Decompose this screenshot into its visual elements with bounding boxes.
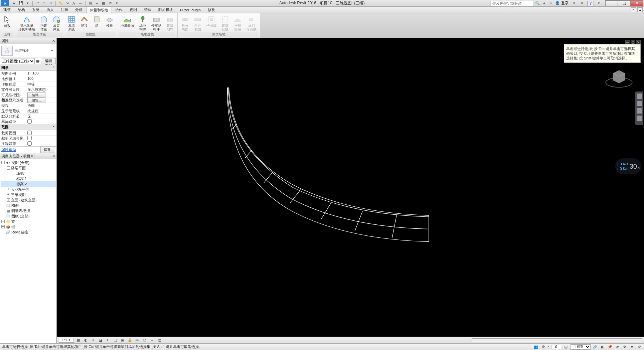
crop-view-icon[interactable]: ▢ <box>113 338 118 343</box>
show-mass-button[interactable]: 显示体量 形状和楼层 <box>17 15 36 32</box>
ribbon-minimize-icon[interactable]: ▴ <box>637 7 643 12</box>
tab-structure[interactable]: 结构 <box>14 7 29 13</box>
save-icon[interactable]: 💾 <box>18 1 24 6</box>
prop-value[interactable] <box>26 130 56 135</box>
roof-button[interactable]: 屋顶 <box>79 15 90 28</box>
site-component-button[interactable]: 场地 构件 <box>137 15 148 32</box>
tree-row[interactable]: +三维视图 <box>1 192 56 197</box>
ribbon-panel-toggle-icon[interactable]: ▫ <box>631 7 636 12</box>
analytical-icon[interactable]: ⌁ <box>149 338 155 343</box>
tree-expander[interactable]: + <box>1 220 5 223</box>
minimize-button[interactable]: — <box>605 0 618 6</box>
crop-region-icon[interactable]: ▣ <box>120 338 125 343</box>
visual-style-icon[interactable]: ◐ <box>83 338 89 343</box>
signin-label[interactable]: 登录 <box>561 1 569 6</box>
filter-icon[interactable]: ▼ <box>629 345 635 349</box>
tab-addins[interactable]: 附加模块 <box>155 7 177 13</box>
lock-3d-icon[interactable]: 🔒 <box>127 338 133 343</box>
tree-expander[interactable]: + <box>7 198 10 202</box>
shadows-icon[interactable]: ◪ <box>98 338 103 343</box>
sun-path-icon[interactable]: ☀ <box>91 338 96 343</box>
tab-manage[interactable]: 管理 <box>141 7 155 13</box>
tree-row[interactable]: 标高 1 <box>1 176 56 181</box>
temp-hide-icon[interactable]: 👁 <box>135 338 140 343</box>
exchange-icon[interactable]: ✦ <box>548 1 554 6</box>
rendering-icon[interactable]: ✦ <box>105 338 111 343</box>
help-search-input[interactable] <box>490 1 534 6</box>
coord-value[interactable] <box>551 345 561 349</box>
print-icon[interactable]: ⎙ <box>48 1 54 6</box>
edit-type-button[interactable]: 编辑类型 <box>41 58 56 64</box>
tree-row[interactable]: ▤明细表/数量 <box>1 208 56 213</box>
parking-button[interactable]: 停车场 构件 <box>150 15 163 32</box>
tree-row[interactable]: 场地 <box>1 171 56 176</box>
tab-annotate[interactable]: 注释 <box>57 7 72 13</box>
favorites-icon[interactable]: ▾ <box>571 1 577 6</box>
prop-value[interactable]: 按规程 <box>26 108 56 113</box>
prop-value[interactable]: 编辑... <box>26 98 56 103</box>
help-dd-icon[interactable]: ▾ <box>596 1 602 6</box>
type-selector-dropdown-icon[interactable]: ▾ <box>51 48 55 53</box>
app-icon[interactable]: R <box>1 0 9 6</box>
text-icon[interactable]: A <box>71 1 77 6</box>
select-face-icon[interactable]: ▱ <box>615 345 620 349</box>
editable-only-icon[interactable]: ▤ <box>563 345 569 349</box>
prop-category[interactable]: 图形⌃ <box>0 65 56 71</box>
tree-row[interactable]: 🔗Revit 链接 <box>1 229 56 235</box>
prop-checkbox[interactable] <box>27 141 32 146</box>
measure-icon[interactable]: 📏 <box>57 1 63 6</box>
tree-expander[interactable]: - <box>1 161 5 164</box>
tab-modify[interactable]: 修改 <box>204 7 219 13</box>
infocenter-search-icon[interactable]: 🔍 <box>534 1 540 6</box>
detail-level-icon[interactable]: ▦ <box>76 338 81 343</box>
tab-view[interactable]: 视图 <box>126 7 141 13</box>
tree-row[interactable]: -楼层平面 <box>1 165 56 171</box>
tree-row[interactable]: 标高 2 <box>1 181 56 187</box>
edit-button[interactable]: 编辑... <box>27 98 45 103</box>
prop-value[interactable] <box>26 136 56 141</box>
tab-analyze[interactable]: 分析 <box>72 7 86 13</box>
toposurface-button[interactable]: 地形表面 <box>119 15 135 28</box>
align-icon[interactable]: ⇲ <box>64 1 70 6</box>
tree-row[interactable]: +立面 (建筑立面) <box>1 197 56 203</box>
tab-collaborate[interactable]: 协作 <box>112 7 126 13</box>
apply-button[interactable]: 应用 <box>40 147 55 153</box>
tab-massing-site[interactable]: 体量和场地 <box>86 7 112 13</box>
properties-help-link[interactable]: 属性帮助 <box>1 147 16 152</box>
prop-value[interactable]: 1 : 100 <box>26 71 56 76</box>
subscription-icon[interactable]: ★ <box>541 1 547 6</box>
prop-value[interactable] <box>26 141 56 146</box>
reveal-hidden-icon[interactable]: ◎ <box>142 338 147 343</box>
tree-row[interactable]: +📁族 <box>1 219 56 224</box>
design-options-icon[interactable]: ⚙ <box>541 345 546 349</box>
tab-architecture[interactable]: 建筑 <box>0 7 14 13</box>
browser-header[interactable]: 项目浏览器 - 项目10 ✕ <box>0 153 56 159</box>
tree-row[interactable]: -👁视图 (全部) <box>1 160 56 165</box>
browser-close-icon[interactable]: ✕ <box>51 154 56 158</box>
tree-expander[interactable]: + <box>7 193 10 196</box>
close-hidden-icon[interactable]: ▦ <box>101 1 107 6</box>
tree-expander[interactable]: + <box>7 188 10 191</box>
tree-row[interactable]: 📊图例 <box>1 203 56 208</box>
floor-button[interactable]: 楼板 <box>104 15 115 28</box>
prop-value[interactable] <box>26 119 56 124</box>
modify-button[interactable]: 修改 <box>2 15 13 28</box>
model-combo[interactable]: 主模型 <box>571 344 591 350</box>
select-pinned-icon[interactable]: 📌 <box>607 345 613 349</box>
place-mass-button[interactable]: 放置 体量 <box>51 15 62 32</box>
thin-lines-icon[interactable]: ≡ <box>94 1 100 6</box>
prop-checkbox[interactable] <box>27 119 32 124</box>
prop-value[interactable]: 中等 <box>26 81 56 86</box>
tree-expander[interactable]: - <box>7 166 10 170</box>
horizontal-scrollbar[interactable] <box>472 338 642 342</box>
tree-row[interactable]: 📄图纸 (全部) <box>1 213 56 219</box>
prop-category[interactable]: 范围⌃ <box>0 124 56 130</box>
properties-grid[interactable]: 图形⌃视图比例1 : 100比例值 1:100详细程度中等零件可见性显示原状态可… <box>0 65 56 146</box>
instance-selector[interactable]: 三维视图: {三维} <box>1 58 35 64</box>
category-collapse-icon[interactable]: ⌃ <box>52 126 55 129</box>
inplace-mass-button[interactable]: 内建 体量 <box>38 15 49 32</box>
qat-dropdown-icon[interactable]: ▾ <box>114 1 120 6</box>
tree-expander[interactable]: + <box>1 225 5 228</box>
switch-window-icon[interactable]: ⧉ <box>107 1 113 6</box>
worksets-icon[interactable]: 👥 <box>533 345 539 349</box>
